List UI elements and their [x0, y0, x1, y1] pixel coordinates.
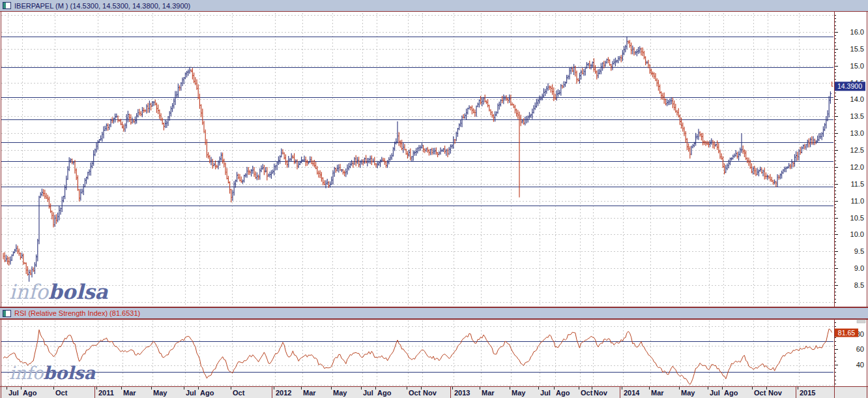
price-axis-label: 16.0	[850, 28, 864, 36]
price-axis-label: 8.5	[854, 281, 864, 289]
time-axis-label: Oct	[754, 389, 766, 397]
time-axis-label: Oct	[409, 389, 421, 397]
time-axis-label: Oct	[581, 389, 593, 397]
time-axis-label: Jul	[186, 389, 196, 397]
time-axis-label: Mar	[303, 389, 316, 397]
time-axis-label: Ago	[200, 389, 214, 397]
time-axis-label: 2013	[454, 389, 470, 397]
time-axis-label: Ago	[724, 389, 738, 397]
last-price-label: 14.3900	[837, 82, 862, 90]
time-axis-label: Jul	[540, 389, 551, 397]
rsi-axis-label: 60	[856, 345, 864, 353]
price-axis-label: 11.5	[850, 180, 864, 188]
price-chart-canvas[interactable]: infobolsa16.015.515.014.514.013.513.012.…	[0, 12, 868, 307]
time-axis-label: Ago	[377, 389, 392, 397]
price-axis-label: 11.0	[850, 197, 864, 205]
price-axis-label: 13.5	[850, 112, 864, 120]
price-axis-label: 9.0	[854, 264, 864, 272]
time-axis-label: Nov	[768, 389, 783, 397]
main-chart-titlebar: IBERPAPEL (M ) (14.5300, 14.5300, 14.380…	[0, 0, 868, 12]
time-axis-label: May	[681, 389, 695, 397]
time-axis: JulAgoOct2011MarMayJulAgoOct2012MarMayJu…	[0, 386, 868, 398]
time-axis-label: Jul	[8, 389, 19, 397]
main-chart-title: IBERPAPEL (M ) (14.5300, 14.5300, 14.380…	[14, 2, 190, 10]
time-axis-label: May	[512, 389, 526, 397]
time-axis-label: Oct	[233, 389, 245, 397]
time-axis-label: Ago	[556, 389, 570, 397]
time-axis-label: May	[153, 389, 167, 397]
price-axis-label: 10.0	[850, 230, 864, 238]
time-axis-label: Nov	[423, 389, 437, 397]
time-axis-label: Oct	[55, 389, 68, 397]
panel-indicator-icon[interactable]	[3, 310, 11, 317]
time-axis-label: 2011	[98, 389, 114, 397]
time-axis-label: May	[333, 389, 347, 397]
chart-application-window: IBERPAPEL (M ) (14.5300, 14.5300, 14.380…	[0, 0, 868, 398]
rsi-chart-canvas[interactable]: infobolsa80604081.65	[0, 319, 868, 386]
price-axis-label: 15.5	[850, 45, 864, 53]
rsi-value-label: 81.65	[838, 329, 855, 337]
infobolsa-watermark: infobolsa	[9, 280, 109, 303]
time-axis-label: Ago	[23, 389, 37, 397]
rsi-panel-titlebar: RSI (Relative Strength Index) (81.6531)	[0, 307, 868, 319]
price-axis-label: 12.0	[850, 163, 864, 171]
time-axis-label: 2014	[624, 389, 640, 397]
price-axis-label: 10.5	[850, 214, 864, 222]
panel-chart-icon[interactable]	[3, 2, 11, 9]
rsi-axis-label: 40	[856, 361, 864, 369]
time-axis-label: Jul	[363, 389, 373, 397]
time-axis-label: Mar	[123, 389, 136, 397]
price-axis-label: 9.5	[854, 247, 864, 255]
panel-resize-handle[interactable]	[857, 320, 865, 323]
time-axis-label: Jul	[710, 389, 720, 397]
infobolsa-watermark: infobolsa	[9, 363, 96, 383]
price-axis-label: 14.0	[850, 95, 864, 103]
time-axis-label: 2012	[276, 389, 291, 397]
time-axis-label: 2015	[800, 389, 815, 397]
time-axis-label: Mar	[651, 389, 664, 397]
time-axis-label: Nov	[594, 389, 608, 397]
price-axis-label: 13.0	[850, 129, 864, 137]
price-axis-label: 12.5	[850, 146, 864, 154]
rsi-panel-title: RSI (Relative Strength Index) (81.6531)	[14, 309, 140, 317]
time-axis-label: Mar	[482, 389, 495, 397]
price-axis-label: 15.0	[850, 62, 864, 70]
